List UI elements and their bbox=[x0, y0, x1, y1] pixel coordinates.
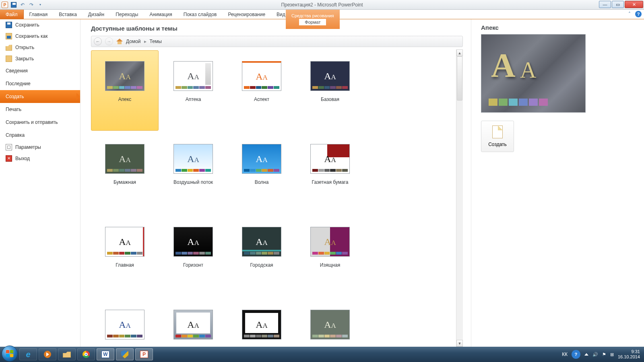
theme-item[interactable]: AAИзящная bbox=[296, 216, 364, 296]
tray-help-icon[interactable]: ? bbox=[572, 350, 580, 359]
theme-name: Изящная bbox=[320, 262, 340, 268]
taskbar-explorer[interactable] bbox=[58, 348, 76, 360]
sidebar-save-as[interactable]: Сохранить как bbox=[0, 31, 80, 42]
title-bar: P ↶ ↷ ▾ Презентация2 - Microsoft PowerPo… bbox=[0, 0, 644, 10]
theme-thumbnail: AA bbox=[173, 310, 213, 339]
help-icon[interactable]: ? bbox=[635, 11, 642, 17]
crumb-home[interactable]: Домой bbox=[126, 39, 141, 44]
home-icon[interactable] bbox=[116, 39, 123, 44]
theme-item[interactable]: AAГлавная bbox=[91, 216, 159, 296]
preview-title: Апекс bbox=[481, 24, 634, 31]
gallery-scrollbar[interactable]: ▲ ▼ bbox=[456, 49, 463, 347]
theme-swatches bbox=[244, 335, 279, 337]
sidebar-open[interactable]: Открыть bbox=[0, 42, 80, 53]
theme-item[interactable]: AAВоздушный поток bbox=[159, 133, 227, 214]
taskbar-word[interactable]: W bbox=[97, 348, 114, 360]
theme-item[interactable]: AAАспект bbox=[228, 50, 295, 131]
close-button[interactable]: ✕ bbox=[625, 1, 643, 8]
tray-volume-icon[interactable]: 🔊 bbox=[592, 352, 598, 357]
maximize-button[interactable]: ▭ bbox=[612, 1, 624, 8]
sidebar-new[interactable]: Создать bbox=[0, 90, 80, 103]
taskbar-ie[interactable]: e bbox=[19, 348, 37, 360]
tab-0[interactable]: Главная bbox=[24, 10, 54, 19]
nav-back-button[interactable]: ← bbox=[94, 37, 102, 45]
nav-forward-button[interactable]: → bbox=[105, 37, 113, 45]
sidebar-options[interactable]: Параметры bbox=[0, 142, 80, 153]
sidebar-save[interactable]: Сохранить bbox=[0, 19, 80, 31]
theme-item[interactable]: AAГородская bbox=[228, 216, 295, 296]
theme-name: Газетная бумага bbox=[312, 179, 349, 185]
sidebar-help[interactable]: Справка bbox=[0, 129, 80, 142]
theme-swatches bbox=[107, 335, 142, 337]
theme-item[interactable]: AAВолна bbox=[228, 133, 295, 214]
save-icon bbox=[6, 22, 12, 28]
scroll-track[interactable] bbox=[456, 56, 463, 340]
theme-thumbnail: AA bbox=[105, 144, 144, 174]
tab-2[interactable]: Дизайн bbox=[83, 10, 110, 19]
theme-item[interactable]: AAБазовая bbox=[296, 50, 364, 131]
crumb-themes[interactable]: Темы bbox=[150, 39, 162, 44]
tab-4[interactable]: Анимация bbox=[144, 10, 178, 19]
theme-item[interactable]: AAГазетная бумага bbox=[296, 133, 364, 214]
templates-navbar: ← → Домой ▸ Темы bbox=[91, 36, 463, 47]
qat-customize-icon[interactable]: ▾ bbox=[37, 2, 43, 8]
scroll-thumb[interactable] bbox=[457, 56, 462, 101]
tray-date: 16.10.2014 bbox=[618, 354, 640, 360]
sidebar-info[interactable]: Сведения bbox=[0, 64, 80, 77]
theme-item[interactable]: AAАпекс bbox=[91, 50, 159, 131]
taskbar-powerpoint[interactable]: P bbox=[135, 348, 153, 360]
start-button[interactable] bbox=[2, 346, 18, 362]
sidebar-recent[interactable]: Последние bbox=[0, 77, 80, 90]
qat-save-icon[interactable] bbox=[10, 2, 17, 8]
theme-glyph: AA bbox=[256, 154, 268, 165]
theme-item[interactable]: AAГоризонт bbox=[159, 216, 227, 296]
tab-6[interactable]: Рецензирование bbox=[222, 10, 271, 19]
theme-name: Апекс bbox=[118, 97, 132, 102]
minimize-button[interactable]: — bbox=[599, 1, 611, 8]
theme-item[interactable]: AA bbox=[159, 299, 227, 347]
tab-file[interactable]: Файл bbox=[0, 10, 24, 19]
theme-item[interactable]: AAБумажная bbox=[91, 133, 159, 214]
tab-5[interactable]: Показ слайдов bbox=[178, 10, 223, 19]
theme-item[interactable]: AA bbox=[91, 299, 159, 347]
theme-glyph: AA bbox=[187, 71, 199, 82]
taskbar-media[interactable] bbox=[39, 348, 56, 360]
window-controls: — ▭ ✕ bbox=[598, 1, 643, 8]
templates-heading: Доступные шаблоны и темы bbox=[91, 25, 463, 32]
theme-item[interactable]: AA bbox=[296, 299, 364, 347]
tray-clock[interactable]: 9:31 16.10.2014 bbox=[618, 349, 640, 360]
tray-flag-icon[interactable]: ⚑ bbox=[602, 352, 606, 357]
create-button[interactable]: Создать bbox=[481, 121, 514, 152]
tray-show-hidden-icon[interactable] bbox=[584, 353, 588, 356]
theme-thumbnail: AA bbox=[173, 144, 213, 174]
tab-3[interactable]: Переходы bbox=[110, 10, 144, 19]
theme-item[interactable]: AA bbox=[228, 299, 295, 347]
app-icon: P bbox=[2, 2, 8, 8]
save-as-icon bbox=[6, 33, 12, 39]
tab-1[interactable]: Вставка bbox=[53, 10, 83, 19]
scroll-up-button[interactable]: ▲ bbox=[456, 49, 463, 56]
theme-swatches bbox=[312, 169, 348, 172]
qat-redo-icon[interactable]: ↷ bbox=[28, 2, 35, 8]
sidebar-close[interactable]: Закрыть bbox=[0, 53, 80, 64]
themes-gallery: AAАпексAAАптекаAAАспектAAБазоваяAAБумажн… bbox=[91, 49, 456, 347]
tray-language[interactable]: КК bbox=[562, 352, 568, 357]
options-icon bbox=[6, 144, 12, 150]
ribbon-minimize-icon[interactable]: ˄ bbox=[626, 11, 633, 17]
taskbar-chrome[interactable] bbox=[77, 348, 95, 360]
theme-swatches bbox=[244, 169, 279, 172]
sidebar-exit[interactable]: Выход bbox=[0, 153, 80, 164]
taskbar-shield[interactable] bbox=[116, 348, 134, 360]
tab-format[interactable]: Формат bbox=[299, 19, 326, 25]
theme-glyph: AA bbox=[119, 319, 131, 330]
scroll-down-button[interactable]: ▼ bbox=[456, 340, 463, 347]
system-tray: КК ? 🔊 ⚑ ⊞ 9:31 16.10.2014 bbox=[562, 349, 642, 360]
theme-glyph: AA bbox=[187, 319, 199, 330]
theme-swatches bbox=[175, 86, 211, 89]
sidebar-share[interactable]: Сохранить и отправить bbox=[0, 116, 80, 129]
qat-undo-icon[interactable]: ↶ bbox=[19, 2, 26, 8]
theme-glyph: AA bbox=[119, 154, 131, 165]
tray-network-icon[interactable]: ⊞ bbox=[610, 352, 614, 357]
sidebar-print[interactable]: Печать bbox=[0, 103, 80, 116]
theme-item[interactable]: AAАптека bbox=[159, 50, 227, 131]
